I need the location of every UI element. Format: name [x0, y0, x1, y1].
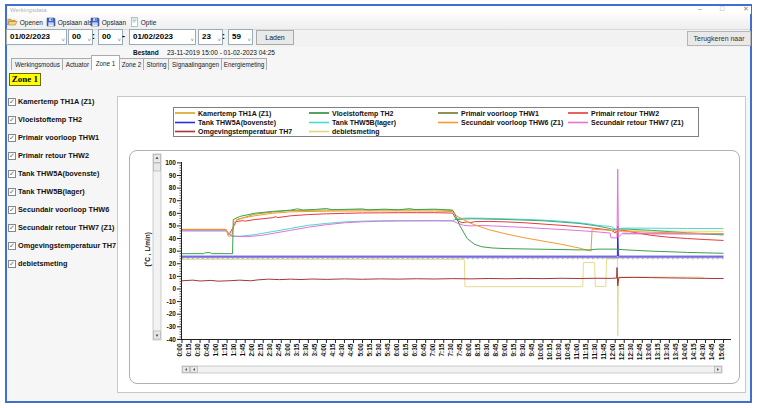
- svg-text:Vloeistoftemp TH2: Vloeistoftemp TH2: [332, 110, 394, 118]
- svg-text:Kamertemp TH1A (Z1): Kamertemp TH1A (Z1): [198, 110, 271, 118]
- svg-text:Primair retour THW2: Primair retour THW2: [591, 110, 659, 117]
- svg-text:Omgevingstemperatuur TH7: Omgevingstemperatuur TH7: [198, 128, 292, 136]
- svg-text:Secundair retour THW7 (Z1): Secundair retour THW7 (Z1): [591, 119, 684, 127]
- svg-text:Tank THW5A(bovenste): Tank THW5A(bovenste): [198, 119, 276, 127]
- svg-text:Secundair voorloop THW6 (Z1): Secundair voorloop THW6 (Z1): [461, 119, 563, 127]
- svg-text:debietsmeting: debietsmeting: [332, 128, 379, 136]
- svg-text:Primair voorloop THW1: Primair voorloop THW1: [461, 110, 539, 118]
- svg-text:Tank THW5B(lager): Tank THW5B(lager): [332, 119, 396, 127]
